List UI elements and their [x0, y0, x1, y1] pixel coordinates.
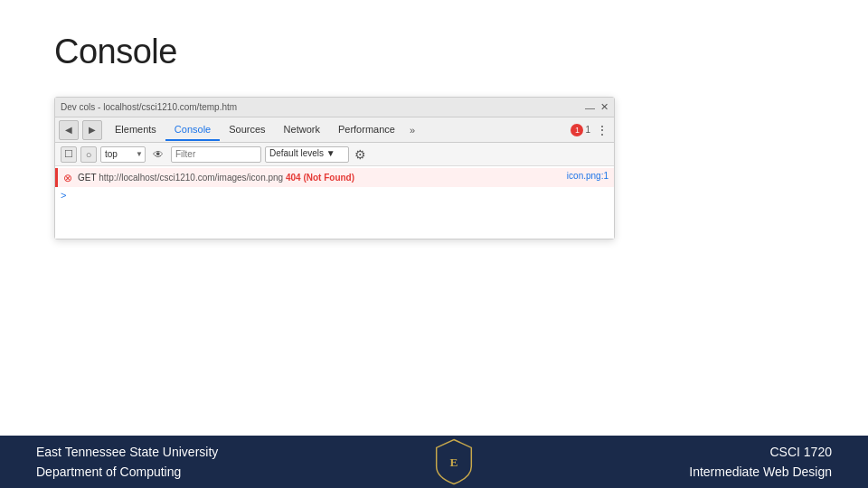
page-title: Console: [54, 33, 814, 71]
close-icon[interactable]: ✕: [600, 101, 609, 113]
error-prefix: GET: [78, 173, 99, 183]
error-file: icon.png:1: [567, 171, 609, 181]
devtools-menu-btn[interactable]: ⋮: [594, 122, 610, 138]
footer-department: Department of Computing: [36, 462, 218, 482]
devtools-toolbar: ☐ ○ top ▼ 👁 Default levels ▼ ⚙: [55, 143, 614, 166]
tab-console[interactable]: Console: [165, 119, 220, 141]
tab-back-btn[interactable]: ◀: [59, 120, 79, 140]
default-levels-select[interactable]: Default levels ▼: [265, 146, 349, 163]
filter-input[interactable]: [171, 146, 261, 163]
error-url: http://localhost/csci1210.com/images/ico…: [99, 173, 283, 183]
minimize-icon[interactable]: —: [585, 102, 595, 113]
error-count: 1: [575, 126, 580, 135]
tab-count-label: 1: [585, 125, 590, 135]
console-clear-btn[interactable]: ☐: [61, 146, 77, 163]
main-content: Console Dev cols - localhost/csci1210.co…: [0, 0, 868, 239]
etsu-logo: E: [430, 438, 477, 485]
tab-sources[interactable]: Sources: [220, 119, 274, 141]
levels-select-wrapper: Default levels ▼: [265, 146, 349, 163]
error-count-badge: 1: [571, 124, 583, 136]
titlebar-controls: — ✕: [585, 101, 609, 113]
devtools-window: Dev cols - localhost/csci1210.com/temp.h…: [54, 97, 615, 239]
devtools-console: ⊗ GET http://localhost/csci1210.com/imag…: [55, 166, 614, 239]
tab-performance[interactable]: Performance: [329, 119, 404, 141]
footer-university: East Tennessee State University: [36, 442, 218, 462]
console-block-btn[interactable]: ○: [80, 146, 97, 163]
tab-overflow-btn[interactable]: »: [404, 120, 420, 140]
context-select-wrapper: top ▼: [100, 146, 146, 163]
console-prompt-row: >: [55, 187, 614, 203]
settings-gear-icon[interactable]: ⚙: [353, 147, 368, 162]
console-error-text: GET http://localhost/csci1210.com/images…: [78, 171, 561, 184]
footer: East Tennessee State University Departme…: [0, 436, 868, 488]
devtools-titlebar: Dev cols - localhost/csci1210.com/temp.h…: [55, 98, 614, 117]
footer-course: CSCI 1720: [689, 442, 832, 462]
context-select[interactable]: top: [100, 146, 146, 163]
footer-course-title: Intermediate Web Design: [689, 462, 832, 482]
devtools-tabs: ◀ ▶ Elements Console Sources Network Per…: [55, 117, 614, 143]
svg-text:E: E: [449, 455, 458, 469]
tab-elements[interactable]: Elements: [106, 119, 165, 141]
error-circle-icon: ⊗: [63, 172, 72, 184]
footer-right: CSCI 1720 Intermediate Web Design: [689, 442, 832, 483]
error-status: 404 (Not Found): [286, 173, 354, 183]
eye-icon[interactable]: 👁: [149, 148, 167, 161]
tab-network[interactable]: Network: [275, 119, 329, 141]
console-error-row: ⊗ GET http://localhost/csci1210.com/imag…: [55, 168, 614, 187]
titlebar-url: Dev cols - localhost/csci1210.com/temp.h…: [61, 102, 585, 112]
footer-left: East Tennessee State University Departme…: [36, 442, 218, 483]
tab-forward-btn[interactable]: ▶: [82, 120, 102, 140]
console-prompt-icon[interactable]: >: [61, 190, 66, 201]
